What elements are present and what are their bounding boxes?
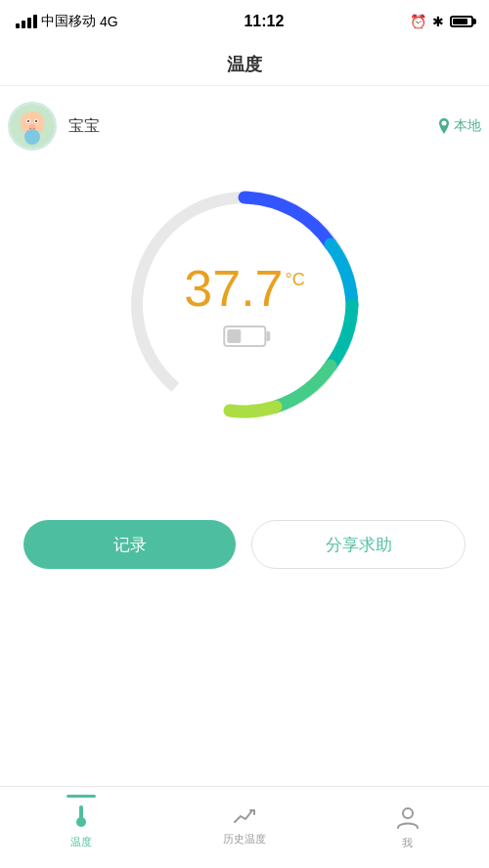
avatar (8, 102, 57, 151)
temperature-number: 37.7 (184, 263, 283, 314)
tab-history[interactable]: 历史温度 (163, 795, 327, 846)
temperature-gauge: 37.7 °C (117, 178, 372, 432)
location-label: 本地 (454, 117, 481, 135)
tab-profile[interactable]: 我 (326, 795, 489, 850)
bluetooth-icon: ✱ (432, 14, 444, 29)
tab-temperature[interactable]: 温度 (0, 795, 163, 849)
device-battery-icon (223, 326, 266, 347)
svg-point-12 (403, 808, 413, 818)
location-badge[interactable]: 本地 (438, 117, 481, 135)
device-battery-fill (227, 329, 241, 343)
tab-temperature-label: 温度 (70, 835, 92, 849)
svg-point-6 (29, 124, 35, 128)
avatar-image (10, 104, 55, 149)
record-button[interactable]: 记录 (23, 520, 236, 569)
device-battery (184, 326, 304, 347)
nav-bar: 温度 (0, 43, 489, 86)
svg-point-4 (27, 120, 29, 122)
temperature-display: 37.7 °C (184, 263, 304, 314)
page-title: 温度 (227, 53, 262, 76)
gauge-center: 37.7 °C (184, 263, 304, 347)
user-row: 宝宝 本地 (0, 86, 489, 158)
status-bar: 中国移动 4G 11:12 ⏰ ✱ (0, 0, 489, 43)
status-left: 中国移动 4G (16, 13, 118, 30)
temperature-unit: °C (286, 271, 305, 288)
tab-bar: 温度 历史温度 我 (0, 786, 489, 868)
svg-rect-11 (80, 813, 83, 822)
time-label: 11:12 (244, 13, 284, 30)
share-button[interactable]: 分享求助 (251, 520, 466, 569)
carrier-label: 中国移动 (41, 13, 96, 30)
alarm-icon: ⏰ (410, 14, 426, 29)
user-info[interactable]: 宝宝 (8, 102, 100, 151)
signal-icon (16, 15, 37, 28)
network-label: 4G (100, 14, 118, 29)
chart-icon (233, 806, 256, 830)
status-right: ⏰ ✱ (410, 14, 473, 29)
tab-active-indicator (67, 795, 96, 798)
action-buttons: 记录 分享求助 (0, 520, 489, 569)
thermometer-icon (70, 803, 92, 833)
svg-point-5 (35, 120, 37, 122)
tab-profile-label: 我 (402, 836, 413, 850)
tab-history-label: 历史温度 (223, 832, 266, 846)
location-icon (438, 118, 450, 134)
person-icon (397, 806, 419, 834)
user-name: 宝宝 (68, 116, 100, 137)
battery-icon (450, 16, 473, 27)
gauge-area: 37.7 °C (0, 158, 489, 461)
svg-point-7 (24, 129, 40, 145)
